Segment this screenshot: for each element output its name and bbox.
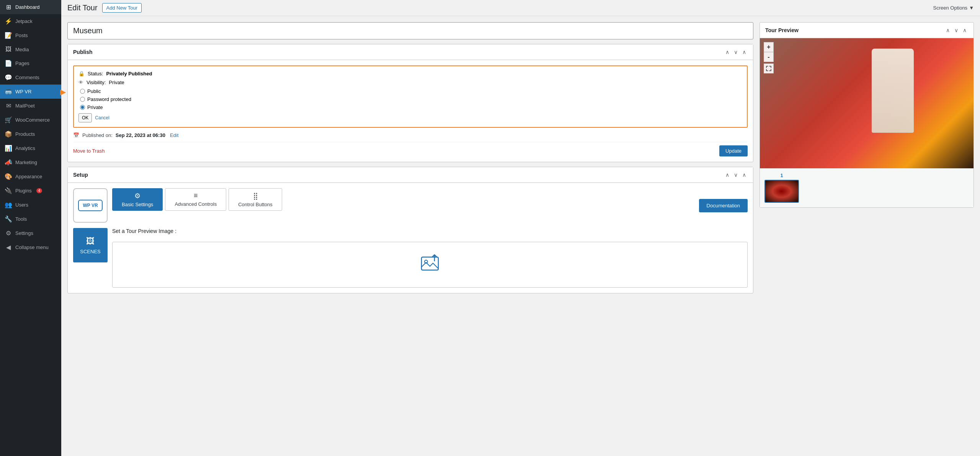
setup-collapse-up-button[interactable]: ∧ (724, 171, 731, 179)
visibility-radio-password[interactable] (80, 97, 85, 102)
publish-close-button[interactable]: ∧ (741, 48, 748, 56)
setup-collapse-down-button[interactable]: ∨ (732, 171, 739, 179)
tour-preview-header: Tour Preview ∧ ∨ ∧ (760, 23, 973, 38)
visibility-buttons: OK Cancel (78, 113, 742, 122)
sidebar-item-analytics[interactable]: 📊 Analytics (0, 141, 61, 155)
publish-panel-controls: ∧ ∨ ∧ (724, 48, 748, 56)
publish-collapse-up-button[interactable]: ∧ (724, 48, 731, 56)
screen-options-button[interactable]: Screen Options ▼ (933, 5, 974, 11)
sidebar-item-appearance[interactable]: 🎨 Appearance (0, 169, 61, 184)
woocommerce-icon: 🛒 (5, 116, 12, 124)
tour-preview-up-button[interactable]: ∧ (944, 26, 951, 34)
sidebar-item-posts[interactable]: 📝 Posts (0, 28, 61, 42)
sidebar-label-appearance: Appearance (15, 174, 42, 179)
sidebar: ⊞ Dashboard ⚡ Jetpack 📝 Posts 🖼 Media 📄 … (0, 0, 61, 456)
users-icon: 👥 (5, 201, 12, 208)
visibility-value: Private (109, 80, 124, 85)
sidebar-item-plugins[interactable]: 🔌 Plugins 4 (0, 184, 61, 198)
visibility-option-password[interactable]: Password protected (80, 96, 742, 102)
tour-title-input[interactable] (67, 22, 753, 39)
published-on-label: Published on: (82, 132, 113, 138)
control-buttons-icon: ⣿ (253, 192, 258, 200)
visibility-radio-group: Public Password protected Private (78, 88, 742, 110)
publish-footer: Move to Trash Update (73, 142, 748, 156)
tour-preview-close-button[interactable]: ∧ (961, 26, 968, 34)
setup-tab-advanced[interactable]: ≡ Advanced Controls (165, 188, 226, 211)
sidebar-label-dashboard: Dashboard (15, 4, 40, 10)
left-column: Publish ∧ ∨ ∧ 🔒 Status: Privately Publis… (67, 22, 753, 450)
visibility-radio-private[interactable] (80, 105, 85, 110)
mailpoet-icon: ✉ (5, 102, 12, 109)
documentation-button[interactable]: Documentation (699, 199, 748, 212)
visibility-option-private[interactable]: Private (80, 104, 742, 110)
setup-tab-basic-label: Basic Settings (122, 202, 153, 207)
right-column: Tour Preview ∧ ∨ ∧ + - (760, 22, 974, 450)
fullscreen-button[interactable] (764, 64, 774, 73)
sidebar-item-tools[interactable]: 🔧 Tools (0, 212, 61, 226)
sidebar-item-marketing[interactable]: 📣 Marketing (0, 155, 61, 169)
products-icon: 📦 (5, 130, 12, 138)
pages-icon: 📄 (5, 60, 12, 67)
scene-thumbnail-1[interactable]: 1 (764, 173, 799, 203)
visibility-option-public[interactable]: Public (80, 88, 742, 94)
sidebar-item-mailpoet[interactable]: ✉ MailPoet (0, 99, 61, 113)
sidebar-label-collapse: Collapse menu (15, 244, 49, 250)
publish-collapse-down-button[interactable]: ∨ (732, 48, 739, 56)
marketing-icon: 📣 (5, 159, 12, 166)
media-icon: 🖼 (5, 46, 12, 53)
update-button[interactable]: Update (719, 145, 748, 156)
settings-icon: ⚙ (5, 230, 12, 237)
sidebar-item-comments[interactable]: 💬 Comments (0, 70, 61, 85)
dashboard-icon: ⊞ (5, 3, 12, 11)
topbar: Edit Tour Add New Tour Screen Options ▼ (61, 0, 980, 16)
sidebar-item-settings[interactable]: ⚙ Settings (0, 226, 61, 240)
setup-tab-control[interactable]: ⣿ Control Buttons (229, 188, 282, 211)
topbar-left: Edit Tour Add New Tour (67, 3, 142, 13)
sidebar-item-media[interactable]: 🖼 Media (0, 42, 61, 56)
lock-icon: 🔒 (78, 71, 85, 77)
screen-options-chevron-icon: ▼ (969, 5, 974, 11)
publish-edit-link[interactable]: Edit (170, 132, 178, 138)
scenes-label: SCENES (80, 249, 100, 254)
screen-options-label: Screen Options (933, 5, 968, 11)
publish-panel-body: 🔒 Status: Privately Published 👁 Visibili… (68, 60, 753, 162)
publish-panel: Publish ∧ ∨ ∧ 🔒 Status: Privately Publis… (67, 44, 753, 162)
content-area: Publish ∧ ∨ ∧ 🔒 Status: Privately Publis… (61, 16, 980, 456)
scene-thumb-number: 1 (781, 173, 783, 178)
add-new-button[interactable]: Add New Tour (102, 3, 142, 13)
setup-close-button[interactable]: ∧ (741, 171, 748, 179)
setup-main-row: 🖼 SCENES Set a Tour Preview Image : (73, 228, 748, 288)
zoom-out-button[interactable]: - (764, 52, 774, 62)
visibility-label: Visibility: (87, 80, 106, 85)
scenes-icon: 🖼 (86, 236, 95, 246)
tour-preview-panel: Tour Preview ∧ ∨ ∧ + - (760, 22, 974, 208)
upload-icon (421, 254, 439, 276)
status-label: Status: (88, 71, 103, 77)
main-area: Edit Tour Add New Tour Screen Options ▼ … (61, 0, 980, 456)
setup-tab-basic[interactable]: ⚙ Basic Settings (112, 188, 163, 211)
setup-panel-title: Setup (73, 172, 88, 178)
scenes-button[interactable]: 🖼 SCENES (73, 228, 108, 262)
sidebar-label-wpvr: WP VR (15, 89, 31, 94)
sidebar-item-woocommerce[interactable]: 🛒 WooCommerce (0, 113, 61, 127)
zoom-in-button[interactable]: + (764, 42, 774, 52)
sidebar-item-pages[interactable]: 📄 Pages (0, 56, 61, 70)
scene-thumbnails: 1 (760, 168, 973, 207)
zoom-controls: + - (764, 42, 774, 73)
sidebar-item-collapse[interactable]: ◀ Collapse menu (0, 240, 61, 254)
sidebar-label-users: Users (15, 202, 28, 208)
sidebar-item-dashboard[interactable]: ⊞ Dashboard (0, 0, 61, 14)
visibility-radio-public[interactable] (80, 89, 85, 94)
sidebar-item-products[interactable]: 📦 Products (0, 127, 61, 141)
plugins-icon: 🔌 (5, 187, 12, 194)
sidebar-item-wpvr[interactable]: 🥽 WP VR ▶ (0, 85, 61, 99)
sidebar-item-jetpack[interactable]: ⚡ Jetpack (0, 14, 61, 28)
move-to-trash-link[interactable]: Move to Trash (73, 148, 105, 154)
tour-preview-down-button[interactable]: ∨ (953, 26, 960, 34)
image-upload-area[interactable] (112, 242, 748, 288)
sidebar-item-users[interactable]: 👥 Users (0, 198, 61, 212)
visibility-cancel-link[interactable]: Cancel (95, 113, 109, 122)
scene-thumb-image[interactable] (764, 180, 799, 203)
visibility-ok-button[interactable]: OK (78, 113, 92, 122)
sidebar-label-jetpack: Jetpack (15, 18, 33, 24)
